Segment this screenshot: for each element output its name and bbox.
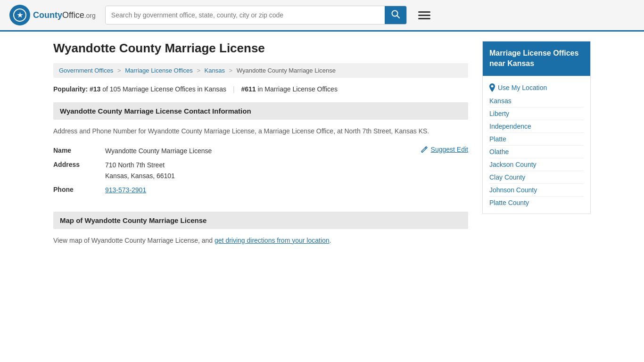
- sidebar: Marriage License Offices near Kansas Use…: [482, 41, 591, 255]
- sidebar-list-item: Johnson County: [489, 183, 584, 196]
- logo-icon: ★: [9, 5, 30, 25]
- page-title: Wyandotte County Marriage License: [53, 41, 468, 56]
- address-line2: Kansas, Kansas, 66101: [105, 171, 468, 181]
- breadcrumb-link-marriage-license-offices[interactable]: Marriage License Offices: [125, 67, 193, 74]
- popularity-rank1-value: #13: [90, 85, 100, 93]
- popularity-rank2-context: in Marriage License Offices: [258, 85, 338, 93]
- sidebar-link-independence[interactable]: Independence: [489, 123, 531, 130]
- sidebar-link-clay-county[interactable]: Clay County: [489, 173, 525, 181]
- map-desc-post: .: [330, 237, 331, 244]
- contact-description: Address and Phone Number for Wyandotte C…: [53, 126, 468, 136]
- sidebar-box: Marriage License Offices near Kansas Use…: [482, 41, 591, 214]
- contact-section: Wyandotte County Marriage License Contac…: [53, 102, 468, 197]
- contact-info-table: Name Wyandotte County Marriage License S…: [53, 144, 468, 197]
- contact-section-header: Wyandotte County Marriage License Contac…: [53, 102, 468, 120]
- driving-directions-link[interactable]: get driving directions from your locatio…: [215, 237, 330, 244]
- use-my-location-button[interactable]: Use My Location: [489, 81, 584, 95]
- popularity-bar: Popularity: #13 of 105 Marriage License …: [53, 85, 468, 93]
- name-value: Wyandotte County Marriage License: [105, 146, 421, 156]
- breadcrumb-sep-3: >: [229, 67, 233, 74]
- search-button[interactable]: [385, 6, 406, 24]
- search-icon: [391, 10, 400, 18]
- sidebar-link-kansas[interactable]: Kansas: [489, 97, 512, 105]
- phone-label: Phone: [53, 185, 105, 193]
- breadcrumb-link-kansas[interactable]: Kansas: [205, 67, 225, 74]
- location-pin-icon: [489, 83, 495, 92]
- sidebar-list-item: Liberty: [489, 107, 584, 120]
- search-input[interactable]: [106, 6, 385, 24]
- name-value-wrap: Wyandotte County Marriage License Sugges…: [105, 146, 468, 156]
- content-area: Wyandotte County Marriage License Govern…: [53, 41, 468, 255]
- suggest-edit-icon: [421, 146, 428, 153]
- map-section-header: Map of Wyandotte County Marriage License: [53, 212, 468, 229]
- main-container: Wyandotte County Marriage License Govern…: [44, 32, 600, 264]
- breadcrumb-sep-2: >: [197, 67, 200, 74]
- menu-icon-line1: [418, 11, 430, 13]
- popularity-rank2-value: #611: [241, 85, 256, 93]
- breadcrumb-current: Wyandotte County Marriage License: [237, 67, 336, 74]
- name-label: Name: [53, 146, 105, 154]
- use-my-location-label: Use My Location: [498, 84, 547, 91]
- menu-button[interactable]: [416, 9, 432, 21]
- address-value: 710 North 7th Street Kansas, Kansas, 661…: [105, 160, 468, 181]
- address-label: Address: [53, 160, 105, 168]
- breadcrumb-link-government-offices[interactable]: Government Offices: [59, 67, 113, 74]
- site-header: ★ CountyOffice.org: [0, 0, 644, 32]
- sidebar-list-item: Platte: [489, 132, 584, 145]
- sidebar-link-johnson-county[interactable]: Johnson County: [489, 186, 537, 194]
- sidebar-list-item: Jackson County: [489, 158, 584, 171]
- sidebar-title: Marriage License Offices near Kansas: [483, 41, 590, 76]
- logo-text: CountyOffice.org: [33, 10, 96, 20]
- logo-link[interactable]: ★ CountyOffice.org: [9, 5, 96, 25]
- sidebar-link-platte[interactable]: Platte: [489, 135, 506, 143]
- popularity-divider: |: [233, 85, 237, 93]
- popularity-rank1-context: of 105 Marriage License Offices in Kansa…: [102, 85, 226, 93]
- phone-value: 913-573-2901: [105, 185, 468, 195]
- address-line1: 710 North 7th Street: [105, 160, 468, 170]
- popularity-label: Popularity:: [53, 85, 88, 93]
- map-desc-pre: View map of Wyandotte County Marriage Li…: [53, 237, 215, 244]
- sidebar-link-jackson-county[interactable]: Jackson County: [489, 161, 537, 168]
- breadcrumb: Government Offices > Marriage License Of…: [53, 63, 468, 78]
- suggest-edit-label: Suggest Edit: [431, 146, 468, 153]
- sidebar-list-item: Independence: [489, 120, 584, 132]
- sidebar-link-olathe[interactable]: Olathe: [489, 148, 509, 156]
- sidebar-link-liberty[interactable]: Liberty: [489, 110, 509, 117]
- sidebar-list-item: Platte County: [489, 196, 584, 209]
- phone-row: Phone 913-573-2901: [53, 183, 468, 197]
- address-row: Address 710 North 7th Street Kansas, Kan…: [53, 158, 468, 183]
- menu-icon-line2: [418, 15, 430, 16]
- breadcrumb-sep-1: >: [117, 67, 121, 74]
- sidebar-list-item: Olathe: [489, 145, 584, 158]
- map-description: View map of Wyandotte County Marriage Li…: [53, 236, 468, 246]
- sidebar-content: Use My Location KansasLibertyIndependenc…: [483, 76, 590, 214]
- map-section: Map of Wyandotte County Marriage License…: [53, 212, 468, 246]
- sidebar-list-item: Clay County: [489, 171, 584, 183]
- sidebar-links-list: KansasLibertyIndependencePlatteOlatheJac…: [489, 95, 584, 209]
- name-row: Name Wyandotte County Marriage License S…: [53, 144, 468, 158]
- suggest-edit-button[interactable]: Suggest Edit: [421, 146, 468, 153]
- svg-text:★: ★: [17, 11, 23, 19]
- phone-link[interactable]: 913-573-2901: [105, 186, 146, 194]
- menu-icon-line3: [418, 18, 430, 19]
- sidebar-list-item: Kansas: [489, 95, 584, 107]
- sidebar-link-platte-county[interactable]: Platte County: [489, 199, 529, 206]
- svg-line-3: [397, 16, 399, 18]
- search-bar: [105, 6, 407, 25]
